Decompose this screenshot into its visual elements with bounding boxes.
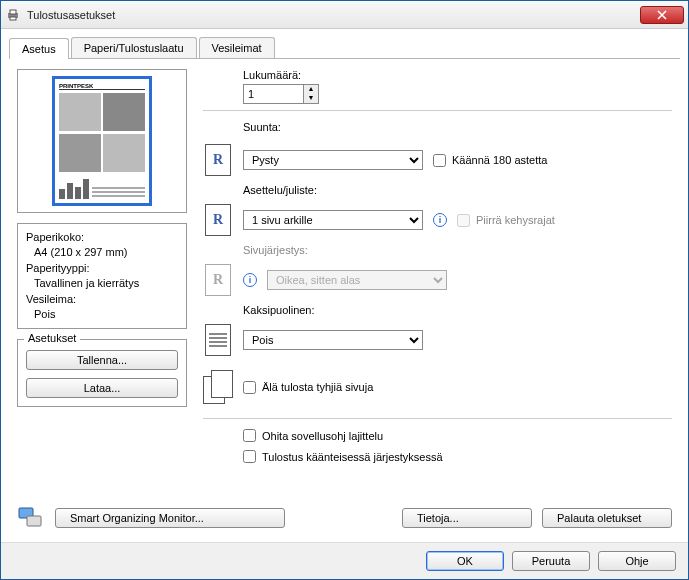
close-button[interactable] (640, 6, 684, 24)
paper-info-box: Paperikoko: A4 (210 x 297 mm) Paperityyp… (17, 223, 187, 329)
cancel-button[interactable]: Peruuta (512, 551, 590, 571)
bottom-toolbar: Smart Organizing Monitor... Tietoja... P… (1, 498, 688, 542)
smart-organizing-monitor-button[interactable]: Smart Organizing Monitor... (55, 508, 285, 528)
content-area: PRINTPESK Paperikoko: A4 (210 x 297 mm) … (1, 59, 688, 498)
page-order-icon: R (205, 264, 231, 296)
printer-icon (5, 7, 21, 23)
print-settings-window: Tulostusasetukset Asetus Paperi/Tulostus… (0, 0, 689, 580)
right-panel: Lukumäärä: ▲ ▼ Suunta: (203, 69, 672, 488)
orientation-label: Suunta: (243, 121, 423, 133)
info-icon-2[interactable]: i (243, 273, 257, 287)
tab-strip: Asetus Paperi/Tulostuslaatu Vesileimat (9, 37, 680, 59)
tab-paper-quality[interactable]: Paperi/Tulostuslaatu (71, 37, 197, 58)
layout-icon: R (205, 204, 231, 236)
help-button[interactable]: Ohje (598, 551, 676, 571)
paper-size-value: A4 (210 x 297 mm) (26, 245, 178, 260)
page-order-label: Sivujärjestys: (243, 244, 308, 256)
page-order-select: Oikea, sitten alas (267, 270, 447, 290)
dialog-buttons: OK Peruuta Ohje (1, 542, 688, 579)
duplex-icon (205, 324, 231, 356)
titlebar: Tulostusasetukset (1, 1, 688, 29)
settings-group: Asetukset Tallenna... Lataa... (17, 339, 187, 407)
copies-input[interactable] (243, 84, 303, 104)
paper-type-value: Tavallinen ja kierrätys (26, 276, 178, 291)
monitor-icon (17, 504, 45, 532)
rotate-180-checkbox[interactable]: Käännä 180 astetta (433, 154, 547, 167)
restore-defaults-button[interactable]: Palauta oletukset (542, 508, 672, 528)
pages-stack-icon (203, 370, 233, 404)
watermark-label: Vesileima: (26, 292, 178, 307)
svg-rect-2 (10, 17, 16, 20)
tab-watermarks[interactable]: Vesileimat (199, 37, 275, 58)
window-title: Tulostusasetukset (27, 9, 640, 21)
orientation-icon: R (205, 144, 231, 176)
svg-rect-1 (10, 10, 16, 14)
copies-spinner[interactable]: ▲ ▼ (243, 84, 319, 104)
info-icon[interactable]: i (433, 213, 447, 227)
page-preview: PRINTPESK (52, 76, 152, 206)
divider (203, 110, 672, 111)
duplex-label: Kaksipuolinen: (243, 304, 315, 316)
settings-group-title: Asetukset (24, 332, 80, 344)
copies-down-button[interactable]: ▼ (304, 94, 318, 103)
divider-2 (203, 418, 672, 419)
svg-rect-4 (27, 516, 41, 526)
draw-frame-checkbox: Piirrä kehysrajat (457, 214, 555, 227)
left-panel: PRINTPESK Paperikoko: A4 (210 x 297 mm) … (17, 69, 187, 488)
skip-blank-checkbox[interactable]: Älä tulosta tyhjiä sivuja (243, 381, 373, 394)
reverse-order-checkbox[interactable]: Tulostus käänteisessä järjestyksessä (243, 450, 443, 463)
layout-label: Asettelu/juliste: (243, 184, 317, 196)
save-button[interactable]: Tallenna... (26, 350, 178, 370)
watermark-value: Pois (26, 307, 178, 322)
paper-type-label: Paperityyppi: (26, 261, 178, 276)
layout-select[interactable]: 1 sivu arkille (243, 210, 423, 230)
ok-button[interactable]: OK (426, 551, 504, 571)
paper-size-label: Paperikoko: (26, 230, 178, 245)
page-preview-box: PRINTPESK (17, 69, 187, 213)
tab-setup[interactable]: Asetus (9, 38, 69, 59)
duplex-select[interactable]: Pois (243, 330, 423, 350)
ignore-app-sort-checkbox[interactable]: Ohita sovellusohj lajittelu (243, 429, 383, 442)
preview-heading: PRINTPESK (59, 83, 145, 90)
load-button[interactable]: Lataa... (26, 378, 178, 398)
copies-up-button[interactable]: ▲ (304, 85, 318, 94)
copies-label: Lukumäärä: (243, 69, 319, 81)
about-button[interactable]: Tietoja... (402, 508, 532, 528)
orientation-select[interactable]: Pysty (243, 150, 423, 170)
